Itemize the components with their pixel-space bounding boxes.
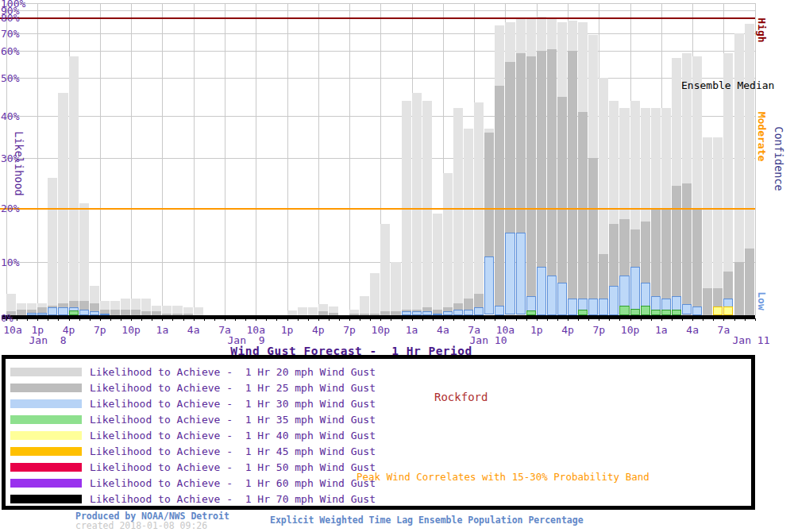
- bar-segment-35mph-h60: [630, 309, 640, 315]
- bar-segment-25mph-h67: [703, 288, 712, 315]
- hour-tick: [162, 318, 163, 321]
- x-tick-label: 7p: [94, 324, 106, 336]
- hour-tick: [287, 318, 288, 321]
- legend-swatch: [10, 368, 82, 376]
- y-tick-label: 70%: [1, 28, 19, 40]
- hour-tick: [245, 318, 246, 321]
- horizontal-gridline: [6, 10, 755, 11]
- hour-tick: [370, 318, 371, 321]
- hour-tick: [661, 318, 662, 321]
- bar-segment-25mph-h10: [110, 310, 120, 315]
- hour-tick: [703, 318, 703, 321]
- x-tick-label: 4p: [312, 324, 325, 336]
- hour-tick: [651, 318, 652, 321]
- hour-tick: [464, 318, 464, 321]
- bar-segment-25mph-h47: [495, 86, 504, 315]
- hour-tick: [204, 318, 205, 321]
- confidence-high-label: High: [756, 17, 768, 42]
- bar-segment-30mph-h54: [568, 299, 577, 315]
- peak-wind-note: Peak Wind Correlates with 15-30% Probabi…: [357, 471, 649, 483]
- vertical-gridline: [318, 3, 319, 315]
- bar-segment-30mph-h51: [537, 267, 546, 315]
- hour-tick: [609, 318, 610, 321]
- bar-segment-30mph-h49: [516, 233, 526, 315]
- bar-segment-25mph-h54: [568, 51, 577, 315]
- hour-tick: [79, 318, 80, 321]
- hour-tick: [131, 318, 132, 321]
- hour-tick: [194, 318, 195, 321]
- bar-segment-20mph-h4: [48, 178, 57, 314]
- horizontal-gridline: [6, 78, 755, 79]
- legend-label: Likelihood to Achieve - 1 Hr 40 mph Wind…: [90, 430, 376, 441]
- bar-segment-30mph-h52: [547, 276, 557, 315]
- bar-segment-35mph-h59: [619, 306, 629, 315]
- bar-segment-25mph-h56: [588, 158, 598, 315]
- bar-segment-35mph-h63: [661, 310, 671, 315]
- bar-segment-30mph-h66: [692, 306, 702, 315]
- bar-segment-25mph-h12: [131, 310, 141, 315]
- hour-tick: [256, 318, 256, 321]
- hour-tick: [578, 318, 579, 321]
- bar-segment-30mph-h56: [588, 299, 598, 315]
- hour-tick: [755, 318, 756, 321]
- bar-segment-30mph-h48: [505, 233, 515, 315]
- x-tick-label: 7p: [343, 324, 356, 336]
- bar-segment-20mph-h18: [194, 307, 203, 315]
- bar-segment-30mph-h46: [484, 256, 494, 314]
- hour-tick: [484, 318, 485, 321]
- legend-swatch: [10, 384, 82, 392]
- hour-tick: [17, 318, 17, 321]
- bar-segment-35mph-h64: [672, 310, 681, 315]
- hour-tick: [235, 318, 236, 321]
- hour-tick: [214, 318, 215, 321]
- bar-segment-20mph-h43: [453, 108, 463, 314]
- bar-segment-30mph-h5: [58, 307, 67, 315]
- hour-tick: [58, 318, 59, 321]
- x-tick-label: 1a: [156, 324, 169, 336]
- bar-segment-20mph-h42: [443, 173, 453, 315]
- hour-tick: [547, 318, 548, 321]
- legend-swatch: [10, 447, 82, 456]
- hour-tick: [349, 318, 350, 321]
- hour-tick: [641, 318, 642, 321]
- bar-segment-30mph-h45: [474, 307, 484, 315]
- bar-segment-25mph-h66: [692, 208, 702, 315]
- bar-segment-25mph-h70: [734, 262, 744, 315]
- bar-segment-20mph-h6: [69, 56, 79, 315]
- bar-segment-20mph-h44: [464, 129, 473, 315]
- bar-segment-25mph-h1: [17, 310, 26, 315]
- wind-gust-forecast-page: 100%90%80%70%60%50%40%30%20%10%0%10a1p4p…: [0, 0, 794, 532]
- bar-segment-20mph-h7: [79, 203, 89, 315]
- bar-segment-40mph-h68: [713, 306, 723, 315]
- x-tick-label: 7p: [592, 324, 605, 336]
- hour-tick: [172, 318, 173, 321]
- y-tick-label: 40%: [1, 110, 19, 122]
- y-tick-label: 0%: [1, 312, 13, 324]
- hour-tick: [152, 318, 152, 321]
- probability-band-line: [0, 208, 755, 210]
- legend-label: Likelihood to Achieve - 1 Hr 25 mph Wind…: [90, 382, 376, 394]
- confidence-low-label: Low: [756, 291, 768, 310]
- hour-tick: [141, 318, 142, 321]
- ensemble-median-label: Ensemble Median: [681, 79, 774, 91]
- bar-segment-30mph-h53: [557, 283, 567, 315]
- bar-segment-30mph-h60: [630, 267, 640, 315]
- hour-tick: [672, 318, 673, 321]
- hour-tick: [121, 318, 121, 321]
- vertical-gridline: [256, 3, 256, 315]
- hour-tick: [474, 318, 475, 321]
- hour-tick: [391, 318, 391, 321]
- x-tick-label: 1a: [655, 324, 668, 336]
- y-tick-label: 50%: [1, 72, 19, 84]
- hour-tick: [360, 318, 360, 321]
- hour-tick: [433, 318, 434, 321]
- bar-segment-20mph-h37: [391, 262, 400, 315]
- hour-tick: [557, 318, 558, 321]
- hour-tick: [225, 318, 225, 321]
- high-confidence-line: [0, 17, 755, 19]
- hour-tick: [90, 318, 91, 321]
- bar-segment-35mph-h61: [641, 306, 650, 315]
- bar-segment-20mph-h28: [298, 307, 307, 315]
- bar-segment-20mph-h29: [308, 307, 318, 315]
- hour-tick: [723, 318, 724, 321]
